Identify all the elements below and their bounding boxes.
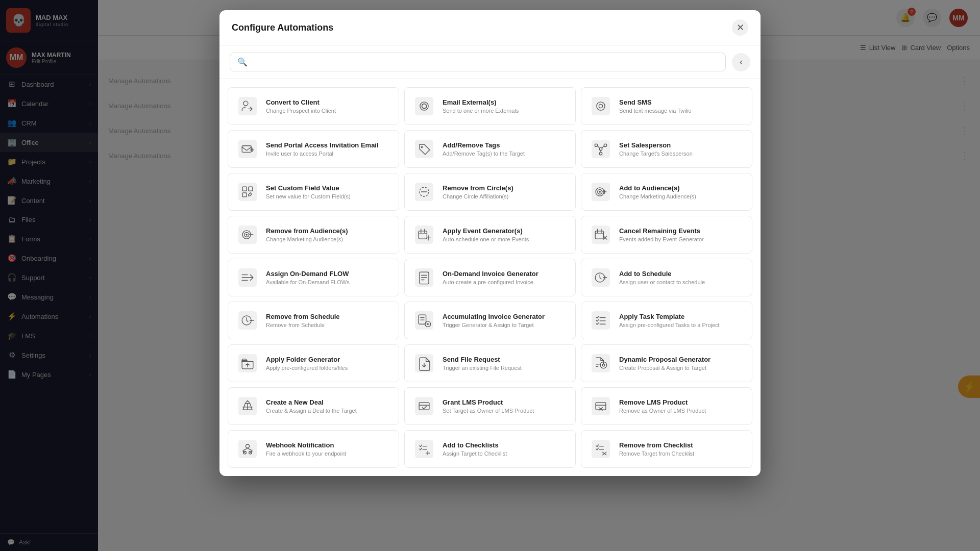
add-to-audiences-icon bbox=[590, 181, 612, 203]
assign-on-demand-flow-icon bbox=[236, 266, 259, 289]
apply-event-generator-text: Apply Event Generator(s) Auto-schedule o… bbox=[443, 227, 529, 242]
automation-card-add-to-checklists[interactable]: Add to Checklists Assign Target to Check… bbox=[404, 430, 576, 468]
automation-card-remove-from-circle[interactable]: Remove from Circle(s) Change Circle Affi… bbox=[404, 173, 576, 211]
send-sms-title: Send SMS bbox=[619, 98, 692, 106]
apply-folder-generator-text: Apply Folder Generator Apply pre-configu… bbox=[266, 356, 348, 371]
send-portal-access-icon bbox=[236, 138, 259, 160]
email-externals-text: Email External(s) Send to one or more Ex… bbox=[443, 98, 519, 114]
automation-card-assign-on-demand-flow[interactable]: Assign On-Demand FLOW Available for On-D… bbox=[228, 259, 399, 296]
on-demand-invoice-title: On-Demand Invoice Generator bbox=[443, 270, 538, 278]
add-to-checklists-title: Add to Checklists bbox=[443, 441, 507, 449]
on-demand-invoice-icon bbox=[413, 266, 435, 289]
automation-card-remove-from-schedule[interactable]: Remove from Schedule Remove from Schedul… bbox=[228, 302, 399, 339]
send-file-request-desc: Trigger an existing File Request bbox=[443, 365, 522, 371]
modal-header: Configure Automations ✕ bbox=[219, 10, 761, 45]
automation-card-webhook-notification[interactable]: Webhook Notification Fire a webhook to y… bbox=[228, 430, 399, 468]
add-to-schedule-icon bbox=[590, 266, 612, 289]
automation-card-remove-lms-product[interactable]: Remove LMS Product Remove as Owner of LM… bbox=[581, 387, 752, 425]
remove-from-audiences-text: Remove from Audience(s) Change Marketing… bbox=[266, 227, 348, 242]
add-to-checklists-desc: Assign Target to Checklist bbox=[443, 450, 507, 457]
set-custom-field-desc: Set new value for Custom Field(s) bbox=[266, 193, 351, 199]
automation-card-send-portal-access[interactable]: Send Portal Access Invitation Email Invi… bbox=[228, 130, 399, 168]
svg-rect-87 bbox=[415, 397, 433, 415]
send-portal-access-desc: Invite user to access Portal bbox=[266, 151, 379, 157]
automation-card-add-to-schedule[interactable]: Add to Schedule Assign user or contact t… bbox=[581, 259, 752, 296]
modal-close-button[interactable]: ✕ bbox=[732, 19, 748, 36]
remove-from-schedule-title: Remove from Schedule bbox=[266, 313, 340, 320]
modal-search-section: 🔍 ‹ bbox=[219, 45, 761, 79]
send-portal-access-title: Send Portal Access Invitation Email bbox=[266, 141, 379, 149]
add-to-audiences-title: Add to Audience(s) bbox=[619, 184, 696, 192]
remove-lms-product-desc: Remove as Owner of LMS Product bbox=[619, 408, 706, 414]
apply-folder-generator-title: Apply Folder Generator bbox=[266, 356, 348, 363]
search-icon: 🔍 bbox=[237, 57, 248, 67]
add-to-audiences-desc: Change Marketing Audience(s) bbox=[619, 193, 696, 199]
svg-rect-47 bbox=[592, 226, 610, 244]
back-button[interactable]: ‹ bbox=[732, 53, 750, 71]
svg-point-38 bbox=[246, 234, 248, 236]
remove-from-circle-desc: Change Circle Affiliation(s) bbox=[443, 193, 513, 199]
automation-card-on-demand-invoice[interactable]: On-Demand Invoice Generator Auto-create … bbox=[404, 259, 576, 296]
modal-body: Convert to Client Change Prospect into C… bbox=[219, 79, 761, 476]
remove-from-audiences-title: Remove from Audience(s) bbox=[266, 227, 348, 235]
email-externals-title: Email External(s) bbox=[443, 98, 519, 106]
svg-rect-40 bbox=[415, 226, 433, 244]
automation-card-set-custom-field[interactable]: Set Custom Field Value Set new value for… bbox=[228, 173, 399, 211]
email-externals-icon bbox=[413, 95, 435, 117]
convert-to-client-desc: Change Prospect into Client bbox=[266, 108, 336, 114]
svg-rect-99 bbox=[415, 440, 433, 458]
configure-automations-modal: Configure Automations ✕ 🔍 ‹ Convert to C… bbox=[219, 10, 761, 476]
modal-overlay: Configure Automations ✕ 🔍 ‹ Convert to C… bbox=[0, 0, 980, 551]
remove-from-schedule-desc: Remove from Schedule bbox=[266, 322, 340, 328]
automation-card-email-externals[interactable]: Email External(s) Send to one or more Ex… bbox=[404, 87, 576, 125]
automation-card-accumulating-invoice[interactable]: Accumulating Invoice Generator Trigger G… bbox=[404, 302, 576, 339]
automation-card-apply-task-template[interactable]: Apply Task Template Assign pre-configure… bbox=[581, 302, 752, 339]
remove-lms-product-text: Remove LMS Product Remove as Owner of LM… bbox=[619, 398, 706, 414]
grant-lms-product-text: Grant LMS Product Set Target as Owner of… bbox=[443, 398, 534, 414]
add-to-checklists-text: Add to Checklists Assign Target to Check… bbox=[443, 441, 507, 457]
automation-card-remove-from-checklist[interactable]: Remove from Checklist Remove Target from… bbox=[581, 430, 752, 468]
accumulating-invoice-title: Accumulating Invoice Generator bbox=[443, 313, 545, 320]
automation-card-add-to-audiences[interactable]: Add to Audience(s) Change Marketing Audi… bbox=[581, 173, 752, 211]
add-remove-tags-icon bbox=[413, 138, 435, 160]
send-portal-access-text: Send Portal Access Invitation Email Invi… bbox=[266, 141, 379, 157]
apply-task-template-text: Apply Task Template Assign pre-configure… bbox=[619, 313, 720, 328]
cancel-remaining-events-desc: Events added by Event Generator bbox=[619, 236, 704, 242]
cancel-remaining-events-text: Cancel Remaining Events Events added by … bbox=[619, 227, 704, 242]
automation-card-send-sms[interactable]: Send SMS Send text message via Twilio bbox=[581, 87, 752, 125]
svg-rect-90 bbox=[592, 397, 610, 415]
grant-lms-product-title: Grant LMS Product bbox=[443, 398, 534, 406]
send-sms-icon bbox=[590, 95, 612, 117]
send-file-request-text: Send File Request Trigger an existing Fi… bbox=[443, 356, 522, 371]
dynamic-proposal-icon bbox=[590, 352, 612, 374]
search-input[interactable] bbox=[253, 58, 718, 66]
automation-card-add-remove-tags[interactable]: Add/Remove Tags Add/Remove Tag(s) to the… bbox=[404, 130, 576, 168]
remove-from-audiences-icon bbox=[236, 223, 259, 246]
assign-on-demand-flow-desc: Available for On-Demand FLOWs bbox=[266, 279, 350, 285]
automation-card-dynamic-proposal[interactable]: Dynamic Proposal Generator Create Propos… bbox=[581, 344, 752, 382]
automation-card-cancel-remaining-events[interactable]: Cancel Remaining Events Events added by … bbox=[581, 216, 752, 254]
search-box[interactable]: 🔍 bbox=[230, 53, 726, 71]
automation-card-send-file-request[interactable]: Send File Request Trigger an existing Fi… bbox=[404, 344, 576, 382]
automation-card-apply-event-generator[interactable]: Apply Event Generator(s) Auto-schedule o… bbox=[404, 216, 576, 254]
accumulating-invoice-text: Accumulating Invoice Generator Trigger G… bbox=[443, 313, 545, 328]
on-demand-invoice-text: On-Demand Invoice Generator Auto-create … bbox=[443, 270, 538, 285]
automation-card-create-new-deal[interactable]: Create a New Deal Create & Assign a Deal… bbox=[228, 387, 399, 425]
svg-point-13 bbox=[421, 146, 423, 148]
remove-lms-product-icon bbox=[590, 395, 612, 417]
apply-event-generator-desc: Auto-schedule one or more Events bbox=[443, 236, 529, 242]
add-remove-tags-text: Add/Remove Tags Add/Remove Tag(s) to the… bbox=[443, 141, 525, 157]
webhook-notification-icon bbox=[236, 438, 259, 460]
automation-card-grant-lms-product[interactable]: Grant LMS Product Set Target as Owner of… bbox=[404, 387, 576, 425]
remove-from-checklist-text: Remove from Checklist Remove Target from… bbox=[619, 441, 694, 457]
automation-card-apply-folder-generator[interactable]: Apply Folder Generator Apply pre-configu… bbox=[228, 344, 399, 382]
svg-rect-60 bbox=[592, 268, 610, 287]
automation-card-convert-to-client[interactable]: Convert to Client Change Prospect into C… bbox=[228, 87, 399, 125]
remove-from-audiences-desc: Change Marketing Audience(s) bbox=[266, 236, 348, 242]
automation-card-remove-from-audiences[interactable]: Remove from Audience(s) Change Marketing… bbox=[228, 216, 399, 254]
webhook-notification-desc: Fire a webhook to your endpoint bbox=[266, 450, 346, 457]
automation-card-set-salesperson[interactable]: Set Salesperson Change Target's Salesper… bbox=[581, 130, 752, 168]
svg-rect-8 bbox=[238, 140, 257, 158]
remove-from-checklist-desc: Remove Target from Checklist bbox=[619, 450, 694, 457]
add-to-audiences-text: Add to Audience(s) Change Marketing Audi… bbox=[619, 184, 696, 199]
